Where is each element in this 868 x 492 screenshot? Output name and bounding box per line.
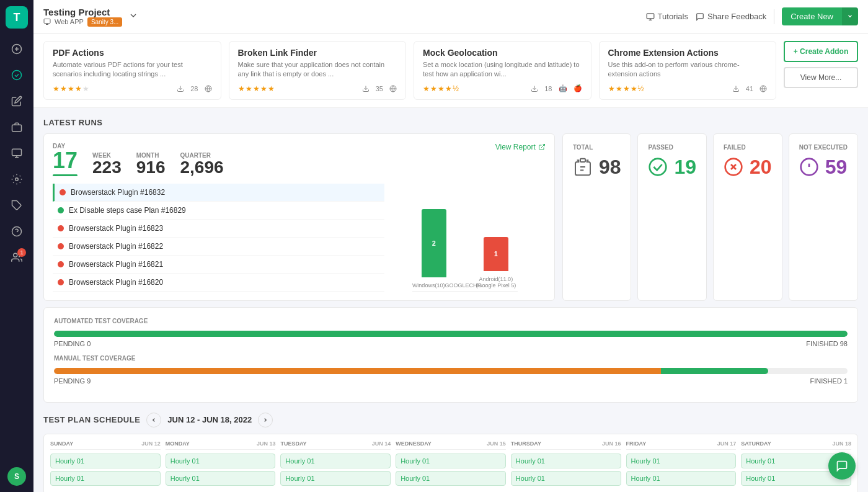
- stat-card-failed: FAILED 20: [713, 133, 782, 301]
- stat-week-value: 223: [92, 159, 122, 176]
- schedule-day: MONDAYJUN 13Hourly 01Hourly 01: [166, 441, 276, 488]
- day-header: WEDNESDAYJUN 15: [396, 441, 506, 450]
- schedule-prev-button[interactable]: [146, 413, 161, 427]
- project-chevron-button[interactable]: [127, 9, 140, 24]
- android-icon: 🤖: [559, 84, 567, 92]
- run-item-label: Browserstack Plugin #16821: [69, 260, 163, 269]
- schedule-item[interactable]: Hourly 01: [396, 454, 506, 468]
- schedule-item[interactable]: Hourly 01: [166, 471, 276, 486]
- run-item[interactable]: Browserstack Plugin #16832: [53, 184, 384, 202]
- auto-progress-bar-fill: [54, 331, 848, 337]
- stat-card-label: NOT EXECUTED: [799, 144, 848, 151]
- exclamation-circle-icon: [799, 157, 819, 177]
- stat-underline: [53, 174, 78, 176]
- sidebar-icon-monitor[interactable]: [6, 143, 27, 164]
- stat-month-value: 916: [136, 159, 166, 176]
- coverage-card: AUTOMATED TEST COVERAGE PENDING 0 FINISH…: [43, 307, 858, 403]
- globe-icon: [205, 85, 212, 92]
- run-item[interactable]: Browserstack Plugin #16823: [53, 220, 384, 238]
- chart-area: 2 Windows(10)GOOGLECHR... 1 Android(11.0…: [384, 184, 546, 292]
- runs-stats: DAY 17 WEEK 223 MONTH 916: [53, 143, 546, 176]
- sidebar-icon-briefcase[interactable]: [6, 117, 27, 138]
- schedule-day: TUESDAYJUN 14Hourly 01Hourly 01: [280, 441, 391, 488]
- share-feedback-button[interactable]: Share Feedback: [696, 12, 766, 21]
- addon-stars: ★★★★½: [423, 84, 459, 93]
- run-item[interactable]: Browserstack Plugin #16821: [53, 256, 384, 274]
- schedule-item[interactable]: Hourly 01: [626, 471, 737, 486]
- schedule-next-button[interactable]: [258, 413, 273, 427]
- sidebar-icon-help[interactable]: [6, 221, 27, 242]
- day-name: THURSDAY: [511, 441, 541, 447]
- stat-card-row: 59: [799, 156, 848, 179]
- dashboard: LATEST RUNS DAY 17 WEEK 223: [33, 108, 868, 492]
- stat-card-value: 59: [825, 156, 848, 179]
- addon-side-buttons: + Create Addon View More...: [784, 41, 858, 100]
- coverage-section: AUTOMATED TEST COVERAGE PENDING 0 FINISH…: [43, 307, 858, 403]
- addon-footer: ★★★★★ 28: [53, 84, 212, 93]
- sidebar-icon-team[interactable]: 1: [6, 247, 27, 268]
- stat-month: MONTH 916: [136, 152, 166, 176]
- sidebar-icon-puzzle[interactable]: [6, 195, 27, 216]
- view-report-link[interactable]: View Report: [495, 143, 546, 151]
- run-item-label: Browserstack Plugin #16832: [71, 188, 165, 197]
- schedule-item[interactable]: Hourly 01: [511, 471, 621, 486]
- stat-card-value: 98: [599, 156, 621, 179]
- addon-description: Make sure that your application does not…: [238, 60, 397, 79]
- svg-rect-30: [580, 159, 585, 162]
- create-addon-button[interactable]: + Create Addon: [784, 41, 858, 62]
- run-item[interactable]: Browserstack Plugin #16820: [53, 274, 384, 292]
- addon-meta: 28: [177, 85, 211, 92]
- tutorials-button[interactable]: Tutorials: [646, 12, 688, 21]
- bar-label: Windows(10)GOOGLECHR...: [412, 282, 456, 288]
- schedule-item[interactable]: Hourly 01: [396, 471, 506, 486]
- schedule-day: WEDNESDAYJUN 15Hourly 01Hourly 01: [396, 441, 506, 488]
- addon-downloads: 28: [190, 85, 198, 92]
- create-new-button[interactable]: Create New: [782, 7, 842, 25]
- schedule-day: THURSDAYJUN 16Hourly 01Hourly 01: [511, 441, 621, 488]
- create-new-dropdown-button[interactable]: [842, 7, 858, 25]
- schedule-item[interactable]: Hourly 01: [50, 454, 161, 468]
- schedule-item[interactable]: Hourly 01: [280, 454, 391, 468]
- svg-rect-13: [44, 19, 50, 24]
- addon-description: Automate various PDF actions for your te…: [53, 60, 212, 79]
- stat-card-row: 20: [724, 156, 772, 179]
- sidebar-icon-check[interactable]: [6, 65, 27, 86]
- schedule-item[interactable]: Hourly 01: [626, 454, 737, 468]
- check-circle-icon: [648, 157, 668, 177]
- sidebar-logo: T: [6, 6, 28, 29]
- auto-progress-bar-bg: [54, 331, 848, 337]
- day-name: FRIDAY: [626, 441, 647, 447]
- latest-runs-title: LATEST RUNS: [43, 118, 858, 127]
- day-name: SUNDAY: [50, 441, 73, 447]
- addon-description: Set a mock location (using longitude and…: [423, 60, 582, 79]
- download-icon: [732, 85, 740, 92]
- run-item-label: Browserstack Plugin #16822: [69, 242, 163, 251]
- day-header: MONDAYJUN 13: [166, 441, 276, 450]
- view-more-button[interactable]: View More...: [784, 67, 858, 88]
- day-date: JUN 15: [487, 441, 506, 447]
- schedule-item[interactable]: Hourly 01: [50, 471, 161, 486]
- manual-progress-bar-fill: [54, 368, 768, 374]
- auto-finished-label: FINISHED 98: [806, 340, 848, 347]
- schedule-item[interactable]: Hourly 01: [166, 454, 276, 468]
- run-item[interactable]: Ex Disable steps case Plan #16829: [53, 202, 384, 220]
- run-dot-green: [58, 207, 64, 213]
- svg-line-29: [541, 144, 545, 148]
- stat-quarter-value: 2,696: [180, 159, 223, 176]
- schedule-day: SUNDAYJUN 12Hourly 01Hourly 01: [50, 441, 161, 488]
- schedule-item[interactable]: Hourly 01: [280, 471, 391, 486]
- sidebar-avatar[interactable]: S: [7, 467, 26, 486]
- sidebar-icon-settings[interactable]: [6, 169, 27, 190]
- svg-point-8: [16, 178, 19, 181]
- svg-point-12: [14, 253, 17, 257]
- monitor-icon: [43, 18, 51, 25]
- runs-body: Browserstack Plugin #16832 Ex Disable st…: [53, 184, 546, 292]
- stat-card-value: 20: [750, 156, 772, 179]
- run-item[interactable]: Browserstack Plugin #16822: [53, 238, 384, 256]
- sidebar-icon-add[interactable]: [6, 38, 27, 60]
- sidebar-icon-pencil[interactable]: [6, 91, 27, 112]
- schedule-item[interactable]: Hourly 01: [511, 454, 621, 468]
- manual-progress-bar-bg: [54, 368, 848, 374]
- stat-card-label: TOTAL: [573, 144, 593, 151]
- chat-button[interactable]: [828, 452, 856, 480]
